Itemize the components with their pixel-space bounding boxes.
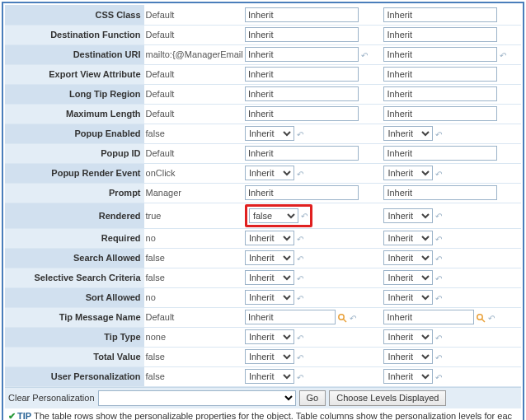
tip-text: The table rows show the personalizable p… — [31, 411, 512, 421]
undo-icon[interactable]: ↶ — [434, 170, 441, 179]
property-label: Sort Allowed — [5, 287, 144, 307]
property-value: false — [144, 268, 243, 287]
inherit-cell: Inherit↶ — [382, 203, 521, 228]
inherit-select[interactable]: Inherit — [245, 369, 294, 384]
search-icon[interactable] — [337, 313, 347, 323]
inherit-select[interactable]: Inherit — [245, 290, 294, 305]
inherit-text-input[interactable] — [383, 67, 497, 82]
inherit-cell: Inherit↶ — [382, 347, 521, 366]
undo-icon[interactable]: ↶ — [434, 130, 441, 139]
inherit-select[interactable]: Inherit — [383, 270, 433, 285]
inherit-select[interactable]: Inherit — [383, 166, 433, 180]
table-row: CSS ClassDefault — [5, 5, 521, 25]
inherit-text-input[interactable] — [383, 146, 497, 161]
search-icon[interactable] — [476, 313, 486, 323]
table-row: Maximum LengthDefault — [5, 104, 521, 124]
property-label: Popup ID — [5, 143, 144, 163]
inherit-text-input[interactable] — [383, 7, 497, 22]
inherit-select[interactable]: Inherit — [383, 208, 433, 223]
choose-levels-button[interactable]: Choose Levels Displayed — [329, 390, 446, 406]
inherit-cell: ↶ — [382, 44, 521, 64]
inherit-cell — [382, 104, 521, 124]
undo-icon[interactable]: ↶ — [487, 314, 494, 323]
undo-icon[interactable]: ↶ — [434, 353, 441, 362]
inherit-select[interactable]: Inherit — [245, 329, 294, 344]
inherit-select[interactable]: false — [249, 208, 298, 223]
inherit-cell — [243, 183, 383, 203]
undo-icon[interactable]: ↶ — [296, 294, 303, 303]
inherit-text-input[interactable] — [245, 185, 359, 200]
inherit-select[interactable]: Inherit — [383, 126, 433, 141]
go-button[interactable]: Go — [299, 390, 326, 406]
undo-icon[interactable]: ↶ — [296, 254, 303, 264]
undo-icon[interactable]: ↶ — [300, 212, 307, 221]
clear-personalization-select[interactable] — [98, 390, 296, 406]
inherit-cell: Inherit↶ — [243, 366, 383, 386]
inherit-select[interactable]: Inherit — [383, 231, 433, 245]
inherit-text-input[interactable] — [245, 86, 359, 101]
inherit-text-input[interactable] — [245, 27, 359, 42]
undo-icon[interactable]: ↶ — [434, 373, 441, 382]
inherit-select[interactable]: Inherit — [383, 290, 433, 305]
inherit-select[interactable]: Inherit — [245, 126, 294, 141]
undo-icon[interactable]: ↶ — [360, 51, 367, 60]
property-label: Selective Search Criteria — [5, 268, 144, 287]
property-value: false — [144, 366, 243, 386]
undo-icon[interactable]: ↶ — [434, 254, 441, 264]
inherit-text-input[interactable] — [245, 67, 359, 82]
undo-icon[interactable]: ↶ — [434, 274, 441, 283]
inherit-lookup-input[interactable] — [383, 310, 474, 324]
property-label: Maximum Length — [5, 104, 144, 124]
inherit-cell: Inherit↶ — [382, 124, 521, 143]
inherit-select[interactable]: Inherit — [245, 166, 294, 180]
svg-line-3 — [482, 320, 486, 323]
undo-icon[interactable]: ↶ — [296, 130, 303, 139]
undo-icon[interactable]: ↶ — [296, 334, 303, 343]
inherit-cell: Inherit↶ — [382, 268, 521, 287]
inherit-cell — [243, 5, 383, 25]
inherit-cell — [243, 84, 383, 104]
undo-icon[interactable]: ↶ — [296, 353, 303, 362]
table-row: Renderedtruefalse↶Inherit↶ — [5, 203, 521, 228]
inherit-select[interactable]: Inherit — [383, 369, 433, 384]
inherit-text-input[interactable] — [383, 27, 497, 42]
undo-icon[interactable]: ↶ — [434, 235, 441, 244]
inherit-cell: Inherit↶ — [243, 327, 383, 347]
inherit-select[interactable]: Inherit — [245, 250, 294, 265]
undo-icon[interactable]: ↶ — [434, 334, 441, 343]
undo-icon[interactable]: ↶ — [434, 212, 441, 221]
svg-point-0 — [339, 315, 344, 320]
inherit-select[interactable]: Inherit — [245, 270, 294, 285]
undo-icon[interactable]: ↶ — [296, 274, 303, 283]
inherit-text-input[interactable] — [383, 86, 497, 101]
undo-icon[interactable]: ↶ — [296, 235, 303, 244]
inherit-text-input[interactable] — [383, 185, 497, 200]
undo-icon[interactable]: ↶ — [296, 373, 303, 382]
inherit-select[interactable]: Inherit — [245, 231, 294, 245]
inherit-text-input[interactable] — [245, 146, 359, 161]
inherit-cell — [243, 104, 383, 124]
property-label: Popup Render Event — [5, 163, 144, 183]
undo-icon[interactable]: ↶ — [349, 314, 355, 323]
inherit-select[interactable]: Inherit — [245, 349, 294, 364]
inherit-cell — [382, 64, 521, 84]
undo-icon[interactable]: ↶ — [434, 294, 441, 303]
inherit-cell: false↶ — [243, 203, 383, 228]
inherit-text-input[interactable] — [383, 47, 497, 62]
property-value: no — [144, 228, 243, 248]
undo-icon[interactable]: ↶ — [296, 170, 303, 179]
inherit-text-input[interactable] — [245, 7, 359, 22]
table-row: Total ValuefalseInherit↶Inherit↶ — [5, 347, 521, 366]
inherit-text-input[interactable] — [245, 106, 359, 121]
inherit-select[interactable]: Inherit — [383, 349, 433, 364]
table-row: Destination FunctionDefault — [5, 25, 521, 44]
inherit-select[interactable]: Inherit — [383, 329, 433, 344]
inherit-lookup-input[interactable] — [245, 310, 336, 324]
inherit-text-input[interactable] — [245, 47, 359, 62]
property-value: false — [144, 248, 243, 268]
table-row: Tip Message NameDefault↶↶ — [5, 307, 521, 327]
inherit-select[interactable]: Inherit — [383, 250, 433, 265]
tip-row: ✔TIP The table rows show the personaliza… — [5, 408, 521, 421]
undo-icon[interactable]: ↶ — [499, 51, 505, 60]
inherit-text-input[interactable] — [383, 106, 497, 121]
